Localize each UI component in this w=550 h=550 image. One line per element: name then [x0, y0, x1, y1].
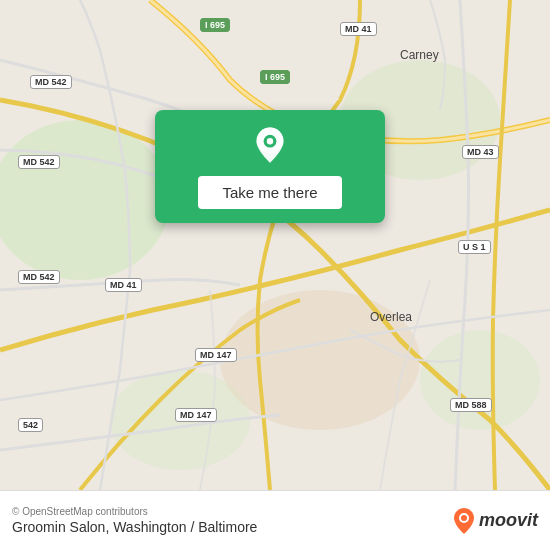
road-badge-md43: MD 43 — [462, 145, 499, 159]
road-badge-us1: U S 1 — [458, 240, 491, 254]
road-badge-md147-2: MD 147 — [175, 408, 217, 422]
moovit-logo: moovit — [453, 507, 538, 535]
svg-point-10 — [461, 515, 467, 521]
road-badge-md41-top: MD 41 — [340, 22, 377, 36]
road-badge-md147-1: MD 147 — [195, 348, 237, 362]
map-pin-icon — [250, 126, 290, 166]
road-badge-i695-top: I 695 — [200, 18, 230, 32]
svg-point-8 — [267, 138, 273, 144]
bottom-info: © OpenStreetMap contributors Groomin Sal… — [12, 506, 257, 535]
take-me-there-button[interactable]: Take me there — [198, 176, 341, 209]
road-badge-md542-left2: MD 542 — [18, 155, 60, 169]
road-badge-i695-mid: I 695 — [260, 70, 290, 84]
place-label-overlea: Overlea — [370, 310, 412, 324]
map-container: I 695 I 695 MD 41 MD 542 MD 542 MD 542 M… — [0, 0, 550, 490]
location-name: Groomin Salon, Washington / Baltimore — [12, 519, 257, 535]
moovit-pin-icon — [453, 507, 475, 535]
road-badge-md588: MD 588 — [450, 398, 492, 412]
place-label-carney: Carney — [400, 48, 439, 62]
road-badge-md542-left3: MD 542 — [18, 270, 60, 284]
moovit-text: moovit — [479, 510, 538, 531]
bottom-bar: © OpenStreetMap contributors Groomin Sal… — [0, 490, 550, 550]
road-badge-md542-left1: MD 542 — [30, 75, 72, 89]
road-badge-542: 542 — [18, 418, 43, 432]
map-attribution: © OpenStreetMap contributors — [12, 506, 257, 517]
road-badge-md41-mid: MD 41 — [105, 278, 142, 292]
location-card: Take me there — [155, 110, 385, 223]
